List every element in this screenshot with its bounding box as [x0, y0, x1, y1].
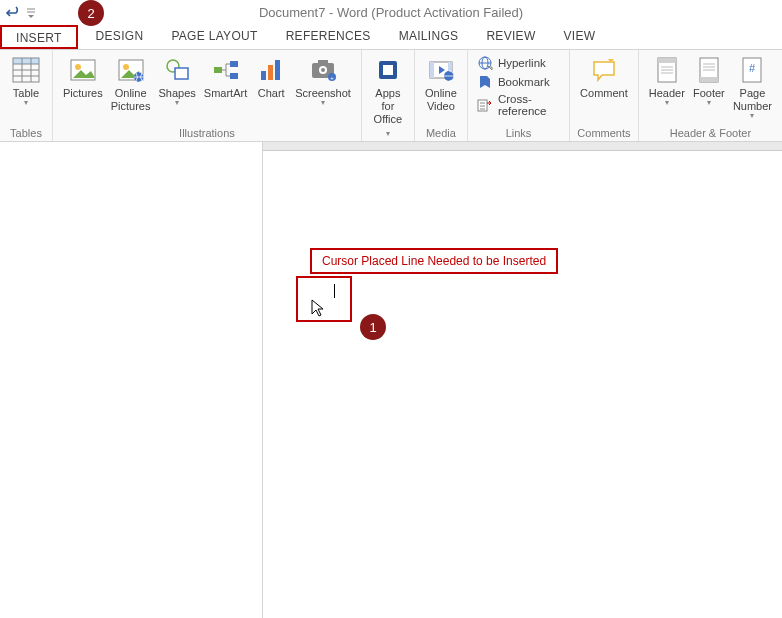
svg-rect-27 — [383, 65, 393, 75]
apps-for-office-button[interactable]: Apps forOffice ▾ — [368, 52, 408, 141]
online-pictures-icon — [117, 54, 145, 86]
workspace — [0, 142, 782, 618]
svg-rect-13 — [175, 68, 188, 79]
page-number-icon: # — [739, 54, 765, 86]
group-media: OnlineVideo Media — [415, 50, 468, 141]
group-header-footer: Header ▾ Footer ▾ # PageNumber ▾ Header … — [639, 50, 782, 141]
mouse-cursor-icon — [310, 298, 326, 318]
screenshot-icon: + — [309, 54, 337, 86]
svg-rect-18 — [268, 65, 273, 80]
tab-page-layout[interactable]: PAGE LAYOUT — [157, 25, 271, 49]
document-area[interactable] — [263, 142, 782, 618]
pictures-icon — [69, 54, 97, 86]
table-button[interactable]: Table ▾ — [6, 52, 46, 108]
apps-icon — [374, 54, 402, 86]
tab-references[interactable]: REFERENCES — [272, 25, 385, 49]
pictures-button[interactable]: Pictures — [59, 52, 107, 102]
svg-point-8 — [75, 64, 81, 70]
undo-icon[interactable] — [4, 6, 20, 20]
comment-button[interactable]: Comment — [576, 52, 632, 102]
document-page[interactable] — [263, 150, 782, 618]
svg-rect-45 — [700, 77, 718, 82]
group-links: Hyperlink Bookmark Cross-reference Links — [468, 50, 570, 141]
online-pictures-button[interactable]: OnlinePictures — [107, 52, 155, 115]
qat-customize-icon[interactable] — [26, 8, 36, 18]
group-label-comments: Comments — [576, 127, 632, 141]
svg-rect-29 — [430, 62, 434, 78]
ribbon: Table ▾ Tables Pictures OnlinePictures — [0, 50, 782, 142]
quick-access-toolbar — [4, 6, 36, 20]
svg-rect-23 — [318, 60, 328, 64]
group-apps: Apps forOffice ▾ Apps — [362, 50, 415, 141]
chart-icon — [257, 54, 285, 86]
svg-text:#: # — [749, 62, 756, 74]
group-label-illustrations: Illustrations — [59, 127, 355, 141]
screenshot-button[interactable]: + Screenshot ▾ — [291, 52, 355, 108]
tab-insert[interactable]: INSERT — [0, 25, 78, 49]
window-title: Document7 - Word (Product Activation Fai… — [259, 5, 523, 20]
svg-rect-14 — [214, 67, 222, 73]
hyperlink-icon — [477, 55, 493, 71]
svg-rect-16 — [230, 73, 238, 79]
footer-button[interactable]: Footer ▾ — [689, 52, 729, 108]
navigation-pane — [0, 142, 263, 618]
text-cursor-icon — [334, 284, 335, 298]
svg-rect-6 — [13, 58, 39, 64]
header-button[interactable]: Header ▾ — [645, 52, 689, 108]
annotation-callout: Cursor Placed Line Needed to be Inserted — [310, 248, 558, 274]
annotation-cursor-box — [296, 276, 352, 322]
header-icon — [654, 54, 680, 86]
comment-icon — [590, 54, 618, 86]
svg-text:+: + — [330, 75, 334, 81]
cross-reference-icon — [477, 97, 493, 113]
bookmark-button[interactable]: Bookmark — [474, 73, 563, 91]
svg-point-10 — [123, 64, 129, 70]
title-bar: Document7 - Word (Product Activation Fai… — [0, 0, 782, 25]
svg-rect-17 — [261, 71, 266, 80]
group-comments: Comment Comments — [570, 50, 639, 141]
svg-rect-40 — [658, 58, 676, 63]
shapes-icon — [163, 54, 191, 86]
table-icon — [12, 54, 40, 86]
cross-reference-button[interactable]: Cross-reference — [474, 92, 563, 118]
group-label-tables: Tables — [6, 127, 46, 141]
smartart-button[interactable]: SmartArt — [200, 52, 251, 102]
video-icon — [427, 54, 455, 86]
group-illustrations: Pictures OnlinePictures Shapes ▾ SmartA — [53, 50, 362, 141]
smartart-icon — [212, 54, 240, 86]
hyperlink-button[interactable]: Hyperlink — [474, 54, 563, 72]
tab-mailings[interactable]: MAILINGS — [385, 25, 473, 49]
svg-rect-15 — [230, 61, 238, 67]
shapes-button[interactable]: Shapes ▾ — [155, 52, 200, 108]
group-label-media: Media — [421, 127, 461, 141]
group-tables: Table ▾ Tables — [0, 50, 53, 141]
group-label-links: Links — [474, 127, 563, 141]
bookmark-icon — [477, 74, 493, 90]
page-number-button[interactable]: # PageNumber ▾ — [729, 52, 776, 121]
tab-design[interactable]: DESIGN — [82, 25, 158, 49]
svg-point-22 — [321, 68, 325, 72]
chart-button[interactable]: Chart — [251, 52, 291, 102]
annotation-badge-2: 2 — [78, 0, 104, 26]
tab-view[interactable]: VIEW — [550, 25, 610, 49]
ribbon-tabs: INSERT DESIGN PAGE LAYOUT REFERENCES MAI… — [0, 25, 782, 50]
online-video-button[interactable]: OnlineVideo — [421, 52, 461, 115]
tab-review[interactable]: REVIEW — [472, 25, 549, 49]
footer-icon — [696, 54, 722, 86]
group-label-header-footer: Header & Footer — [645, 127, 776, 141]
svg-rect-19 — [275, 60, 280, 80]
annotation-badge-1: 1 — [360, 314, 386, 340]
